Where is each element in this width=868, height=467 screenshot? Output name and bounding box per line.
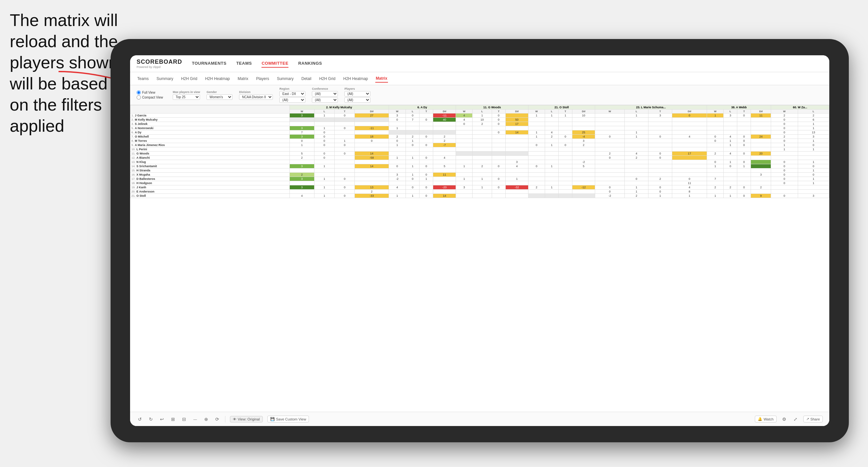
matrix-cell (737, 173, 751, 177)
matrix-cell: 4 (625, 152, 649, 156)
subnav-summary-2[interactable]: Summary (276, 75, 294, 82)
region-all-select[interactable]: (All) (279, 97, 305, 103)
matrix-cell (420, 152, 433, 156)
view-original-button[interactable]: 👁 View: Original (230, 416, 263, 423)
subnav-h2h-heatmap-2[interactable]: H2H Heatmap (342, 75, 369, 82)
zoom-in-icon[interactable]: ⊕ (203, 416, 210, 423)
matrix-cell (290, 118, 314, 122)
matrix-cell (472, 143, 492, 147)
subnav-h2h-grid-1[interactable]: H2H Grid (181, 75, 198, 82)
settings-icon[interactable]: ⚙ (781, 416, 788, 423)
player-name-cell: 16.X Mcgaha (130, 173, 290, 177)
matrix-cell (751, 160, 771, 164)
matrix-cell (707, 130, 723, 135)
nav-tournaments[interactable]: TOURNAMENTS (192, 60, 226, 68)
matrix-cell (389, 147, 406, 152)
subnav-matrix-2[interactable]: Matrix (375, 75, 388, 83)
matrix-cell (572, 194, 595, 198)
matrix-cell: 2 (771, 114, 798, 118)
matrix-cell: 2 (389, 135, 406, 139)
matrix-cell: 2 (290, 156, 314, 160)
nav-rankings[interactable]: RANKINGS (298, 60, 322, 68)
matrix-cell: 3 (649, 114, 672, 118)
sh-2-w: W (389, 110, 406, 114)
back-icon[interactable]: ↩ (159, 416, 165, 423)
matrix-cell: 1 (314, 177, 334, 181)
matrix-cell (528, 152, 545, 156)
matrix-cell (406, 122, 420, 126)
matrix-cell: 0 (420, 185, 433, 190)
players-select[interactable]: (All) (344, 91, 370, 97)
matrix-cell (389, 130, 406, 135)
col-header-3: 11. G Woods (456, 105, 528, 110)
subnav-matrix-1[interactable]: Matrix (237, 75, 249, 82)
matrix-cell (314, 160, 334, 164)
player-name-cell: 2.M Kelly Mulcahy (130, 118, 290, 122)
matrix-cell (771, 152, 798, 156)
matrix-cell: 4 (290, 194, 314, 198)
watch-button[interactable]: 🔔 Watch (755, 416, 777, 423)
region-select[interactable]: East - DII (279, 91, 305, 97)
expand-icon[interactable]: ⤢ (792, 416, 799, 423)
subnav-h2h-grid-2[interactable]: H2H Grid (318, 75, 336, 82)
matrix-cell: 1 (314, 164, 334, 168)
matrix-cell (595, 114, 625, 118)
matrix-cell: 0 (492, 130, 505, 135)
filter-region: Region East - DII (All) (279, 87, 305, 103)
save-custom-button[interactable]: 💾 Save Custom View (267, 416, 309, 423)
matrix-cell: 4 (545, 130, 558, 135)
matrix-cell (492, 126, 505, 130)
subnav-summary-1[interactable]: Summary (156, 75, 174, 82)
matrix-cell: 5 (290, 152, 314, 156)
share-button[interactable]: ↗ Share (803, 416, 823, 423)
sh-1-w: W (290, 110, 314, 114)
matrix-cell: 1 (456, 177, 472, 181)
matrix-cell (505, 173, 528, 177)
matrix-cell: 1 (625, 114, 649, 118)
matrix-cell: 0 (595, 135, 625, 139)
zoom-level: — (192, 416, 198, 423)
matrix-cell: 2 (595, 152, 625, 156)
matrix-cell: 1 (723, 194, 737, 198)
zoom-out-icon[interactable]: ⊟ (181, 416, 187, 423)
matrix-cell: 0 (492, 114, 505, 118)
matrix-cell: 5 (433, 164, 456, 168)
division-select[interactable]: NCAA Division II (239, 94, 273, 100)
matrix-cell (420, 190, 433, 194)
matrix-cell (335, 164, 355, 168)
nav-committee[interactable]: COMMITTEE (261, 60, 288, 68)
matrix-cell: 3 (505, 160, 528, 164)
matrix-cell (545, 139, 558, 143)
matrix-cell: 5 (572, 164, 595, 168)
sh-7-w: W (771, 110, 798, 114)
subnav-detail[interactable]: Detail (301, 75, 312, 82)
redo-icon[interactable]: ↻ (148, 416, 154, 423)
nav-teams[interactable]: TEAMS (236, 60, 252, 68)
subnav-players[interactable]: Players (255, 75, 270, 82)
conference-all-select[interactable]: (All) (312, 97, 338, 103)
refresh-icon[interactable]: ⟳ (214, 416, 220, 423)
zoom-fit-icon[interactable]: ⊞ (170, 416, 176, 423)
subnav-teams[interactable]: Teams (136, 75, 149, 82)
players-all-select[interactable]: (All) (344, 97, 370, 103)
compact-view-radio[interactable] (136, 95, 141, 99)
full-view-radio[interactable] (136, 90, 141, 95)
matrix-cell (771, 190, 798, 194)
subnav-h2h-heatmap-1[interactable]: H2H Heatmap (205, 75, 230, 82)
matrix-cell: 0 (672, 114, 707, 118)
conference-select[interactable]: (All) (312, 91, 338, 97)
max-players-select[interactable]: Top 25 (173, 94, 200, 100)
matrix-container[interactable]: 2. M Kelly Mulcahy 6. A Dy 11. G Woods 2… (130, 105, 829, 412)
full-view-option[interactable]: Full View (136, 90, 163, 95)
matrix-cell (456, 139, 472, 143)
gender-select[interactable]: Women's (207, 94, 232, 100)
matrix-cell: -20 (433, 185, 456, 190)
matrix-cell: 17 (672, 152, 707, 156)
filter-gender: Gender Women's (207, 90, 232, 100)
compact-view-option[interactable]: Compact View (136, 95, 163, 99)
matrix-cell (433, 190, 456, 194)
matrix-cell (420, 147, 433, 152)
matrix-cell (420, 130, 433, 135)
undo-icon[interactable]: ↺ (136, 416, 143, 423)
player-name-cell: 17.D Ballesteros (130, 177, 290, 181)
